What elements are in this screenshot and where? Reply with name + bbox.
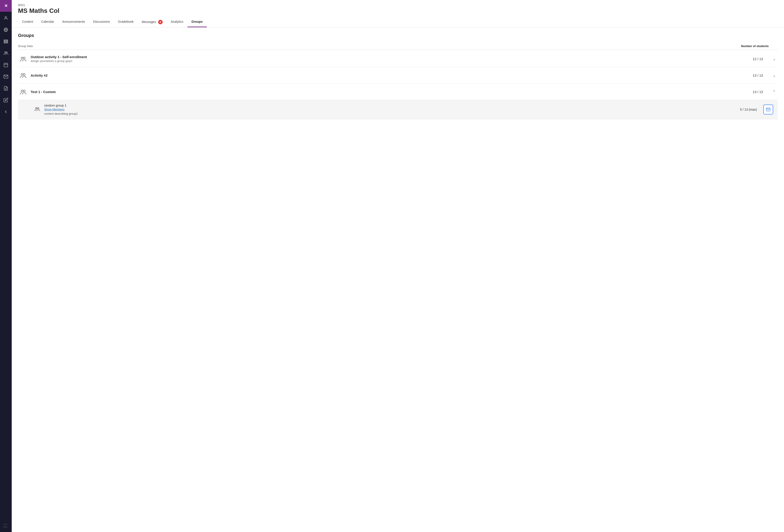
page-title: Groups: [18, 33, 778, 38]
chevron-up-icon-test1: ⌃: [771, 90, 778, 94]
svg-point-8: [6, 52, 7, 53]
col-group-sets: Group Sets: [18, 45, 33, 48]
edit-icon: [3, 97, 8, 103]
people-icon: [3, 51, 8, 56]
svg-point-23: [37, 108, 39, 109]
svg-point-17: [23, 57, 25, 59]
tab-calendar[interactable]: Calendar: [37, 18, 58, 27]
course-id: MS01: [18, 4, 778, 7]
group-count-activity2: 13 / 13: [749, 74, 767, 77]
nav-tabs: Content Calendar Announcements Discussio…: [18, 18, 778, 27]
svg-point-0: [5, 17, 6, 18]
group-icon-outdoor: [18, 55, 29, 63]
message-group-button[interactable]: [763, 105, 773, 114]
tab-gradebook[interactable]: Gradebook: [114, 18, 138, 27]
course-header: MS01 MS Maths Col Content Calendar Annou…: [12, 0, 784, 27]
user-icon: [3, 16, 8, 21]
sidebar-back-icon[interactable]: [0, 106, 12, 117]
globe-icon: [3, 27, 8, 32]
subgroup-name-random1: random group 1: [44, 104, 737, 107]
chevron-down-icon-activity2: ⌄: [771, 73, 778, 78]
group-info-outdoor: Outdoor activity 1 - Self-enrollment ass…: [29, 55, 749, 63]
subgroup-icon-random1: [34, 106, 43, 113]
group-row-test1[interactable]: Test 1 - Custom 13 / 13 ⌃: [18, 84, 778, 100]
svg-point-19: [23, 74, 25, 75]
sidebar-list-icon[interactable]: [0, 36, 12, 47]
sidebar: ✕ Priv... Term...: [0, 0, 12, 532]
group-row-outdoor[interactable]: Outdoor activity 1 - Self-enrollment ass…: [18, 51, 778, 67]
svg-rect-5: [4, 41, 8, 42]
svg-point-18: [21, 74, 23, 75]
svg-point-20: [21, 90, 23, 92]
sidebar-doc-icon[interactable]: [0, 83, 12, 94]
group-count-outdoor: 12 / 13: [749, 57, 767, 61]
subgroup-description-random1: content describing group1: [44, 112, 737, 115]
sidebar-calendar-icon[interactable]: [0, 59, 12, 70]
course-title: MS Maths Col: [18, 7, 778, 15]
svg-point-7: [5, 52, 6, 53]
tab-messages[interactable]: Messages 8: [138, 18, 167, 27]
mail-icon: [3, 74, 8, 79]
list-icon: [3, 39, 8, 44]
messages-badge: 8: [158, 20, 163, 24]
calendar-icon: [3, 62, 8, 67]
group-name-activity2: Activity #2: [31, 74, 749, 77]
svg-point-22: [36, 108, 37, 109]
svg-rect-4: [4, 40, 8, 41]
group-count-test1: 13 / 13: [749, 90, 767, 94]
tab-content[interactable]: Content: [18, 18, 37, 27]
sidebar-globe-icon[interactable]: [0, 24, 12, 35]
show-members-link[interactable]: Show Members: [44, 108, 737, 111]
svg-rect-9: [4, 63, 8, 67]
close-icon: ✕: [4, 3, 8, 8]
group-row-activity2[interactable]: Activity #2 13 / 13 ⌄: [18, 67, 778, 84]
groups-table-header: Group Sets Number of students: [18, 43, 778, 50]
subgroup-row-random1: random group 1 Show Members content desc…: [18, 100, 778, 119]
main-content: MS01 MS Maths Col Content Calendar Annou…: [12, 0, 784, 532]
close-button[interactable]: ✕: [0, 0, 12, 12]
back-icon: [3, 109, 8, 114]
subgroup-info-random1: random group 1 Show Members content desc…: [43, 104, 737, 115]
svg-point-21: [23, 90, 25, 92]
privacy-link: Priv...: [3, 523, 8, 526]
group-name-test1: Test 1 - Custom: [31, 90, 749, 94]
group-icon-test1: [18, 88, 29, 96]
subgroup-count-random1: 5 / 13 (max): [737, 108, 760, 111]
group-name-outdoor: Outdoor activity 1 - Self-enrollment: [31, 55, 749, 59]
chevron-down-icon-outdoor: ⌄: [771, 57, 778, 61]
group-icon-activity2: [18, 71, 29, 79]
tab-discussions[interactable]: Discussions: [89, 18, 114, 27]
tab-announcements[interactable]: Announcements: [58, 18, 89, 27]
group-info-test1: Test 1 - Custom: [29, 90, 749, 94]
svg-rect-6: [4, 43, 8, 43]
sidebar-footer: Priv... Term...: [3, 523, 8, 528]
tab-analytics[interactable]: Analytics: [167, 18, 188, 27]
svg-point-16: [21, 57, 23, 59]
col-num-students: Number of students: [741, 45, 769, 48]
groups-content: Groups Group Sets Number of students Out…: [12, 27, 784, 532]
sidebar-user-icon[interactable]: [0, 12, 12, 23]
terms-link: Term...: [3, 526, 8, 528]
tab-groups[interactable]: Groups: [188, 18, 207, 27]
group-info-activity2: Activity #2: [29, 74, 749, 77]
document-icon: [3, 86, 8, 91]
sidebar-group-icon[interactable]: [0, 48, 12, 59]
sidebar-edit-icon[interactable]: [0, 95, 12, 106]
sidebar-mail-icon[interactable]: [0, 71, 12, 82]
group-desc-outdoor: assign yourselves a group guys!: [31, 59, 749, 63]
